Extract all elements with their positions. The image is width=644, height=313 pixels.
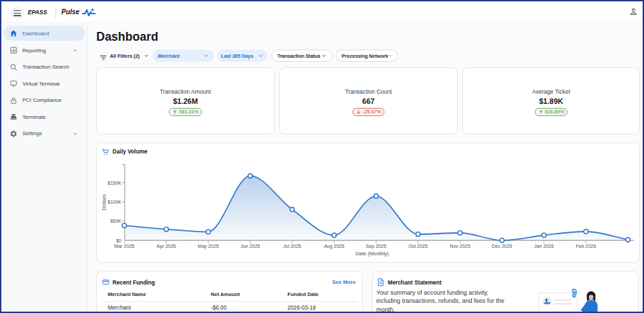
svg-text:Aug 2025: Aug 2025 — [324, 244, 344, 249]
svg-text:Feb 2026: Feb 2026 — [576, 244, 597, 248]
svg-text:$0: $0 — [116, 238, 121, 243]
svg-text:Oct 2025: Oct 2025 — [408, 244, 428, 248]
svg-text:May 2025: May 2025 — [198, 244, 219, 249]
svg-text:Dec 2025: Dec 2025 — [492, 244, 512, 248]
svg-text:Apr 2025: Apr 2025 — [157, 244, 176, 249]
svg-text:$50K: $50K — [110, 219, 122, 223]
svg-text:Jul 2025: Jul 2025 — [283, 244, 302, 248]
svg-text:$100K: $100K — [108, 200, 122, 204]
svg-text:Mar 2025: Mar 2025 — [115, 244, 135, 248]
svg-text:Jan 2026: Jan 2026 — [534, 244, 554, 248]
svg-text:Dollars: Dollars — [101, 194, 107, 210]
svg-text:Sep 2025: Sep 2025 — [366, 244, 386, 249]
svg-text:$150K: $150K — [108, 181, 122, 185]
svg-text:Nov 2025: Nov 2025 — [450, 244, 470, 248]
svg-text:Jun 2025: Jun 2025 — [241, 244, 260, 248]
svg-text:Date (Monthly): Date (Monthly) — [355, 251, 389, 257]
